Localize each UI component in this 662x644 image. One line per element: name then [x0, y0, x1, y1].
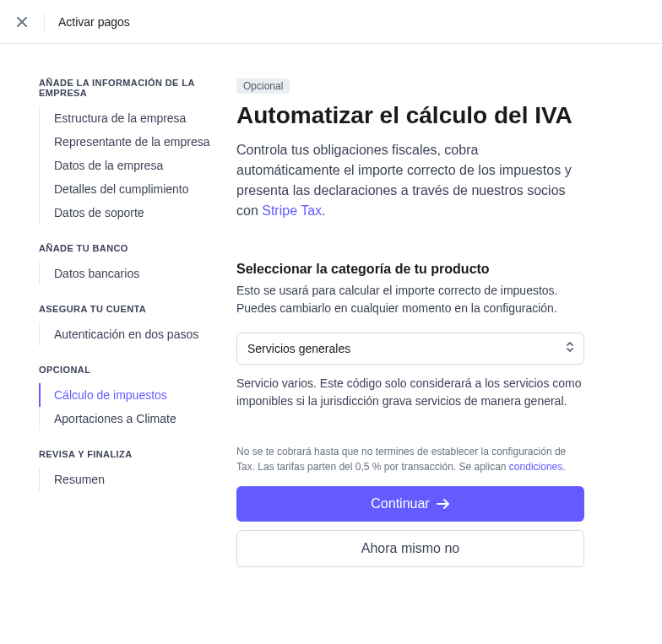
- sidebar-item-cumplimiento[interactable]: Detalles del cumplimiento: [39, 177, 220, 201]
- category-heading: Seleccionar la categoría de tu producto: [236, 262, 584, 277]
- category-subtext: Esto se usará para calcular el importe c…: [236, 282, 584, 317]
- topbar-divider: [44, 14, 45, 30]
- nav-section-company: AÑADE LA INFORMACIÓN DE LA EMPRESA Estru…: [39, 78, 220, 225]
- page-description: Controla tus obligaciones fiscales, cobr…: [236, 140, 584, 221]
- nav-items: Autenticación en dos pasos: [39, 322, 220, 346]
- main-content: Opcional Automatizar el cálculo del IVA …: [236, 78, 625, 576]
- nav-items: Datos bancarios: [39, 262, 220, 285]
- sidebar: AÑADE LA INFORMACIÓN DE LA EMPRESA Estru…: [0, 78, 236, 576]
- nav-section-title: REVISA Y FINALIZA: [39, 449, 220, 459]
- layout: AÑADE LA INFORMACIÓN DE LA EMPRESA Estru…: [0, 44, 662, 576]
- conditions-link[interactable]: condiciones: [509, 461, 562, 473]
- pricing-footnote: No se te cobrará hasta que no termines d…: [236, 444, 584, 474]
- nav-section-title: OPCIONAL: [39, 365, 220, 375]
- stripe-tax-link[interactable]: Stripe Tax: [262, 203, 322, 218]
- desc-suffix: .: [322, 203, 325, 218]
- skip-label: Ahora mismo no: [361, 541, 460, 556]
- nav-section-title: ASEGURA TU CUENTA: [39, 304, 220, 314]
- sidebar-item-representante[interactable]: Representante de la empresa: [39, 130, 220, 154]
- nav-items: Estructura de la empresa Representante d…: [39, 106, 220, 225]
- nav-section-title: AÑADE LA INFORMACIÓN DE LA EMPRESA: [39, 78, 220, 98]
- sidebar-item-datos-bancarios[interactable]: Datos bancarios: [39, 262, 220, 285]
- nav-items: Cálculo de impuestos Aportaciones a Clim…: [39, 383, 220, 430]
- continue-label: Continuar: [371, 496, 429, 511]
- page-title: Automatizar el cálculo del IVA: [236, 100, 584, 130]
- nav-section-bank: AÑADE TU BANCO Datos bancarios: [39, 243, 220, 285]
- nav-items: Resumen: [39, 468, 220, 491]
- sidebar-item-datos-empresa[interactable]: Datos de la empresa: [39, 154, 220, 177]
- close-icon: [17, 17, 27, 27]
- category-select[interactable]: Servicios generales: [236, 333, 584, 365]
- category-help-text: Servicio varios. Este código solo consid…: [236, 375, 584, 410]
- sidebar-item-soporte[interactable]: Datos de soporte: [39, 201, 220, 225]
- nav-section-review: REVISA Y FINALIZA Resumen: [39, 449, 220, 491]
- nav-section-optional: OPCIONAL Cálculo de impuestos Aportacion…: [39, 365, 220, 430]
- sidebar-item-summary[interactable]: Resumen: [39, 468, 220, 491]
- close-button[interactable]: [14, 14, 30, 30]
- nav-section-security: ASEGURA TU CUENTA Autenticación en dos p…: [39, 304, 220, 346]
- skip-button[interactable]: Ahora mismo no: [236, 530, 584, 567]
- nav-section-title: AÑADE TU BANCO: [39, 243, 220, 253]
- optional-badge: Opcional: [236, 78, 290, 94]
- continue-button[interactable]: Continuar: [236, 486, 584, 522]
- sidebar-item-climate[interactable]: Aportaciones a Climate: [39, 407, 220, 430]
- arrow-right-icon: [437, 498, 450, 510]
- sidebar-item-tax-calc[interactable]: Cálculo de impuestos: [39, 383, 220, 407]
- sidebar-item-two-factor[interactable]: Autenticación en dos pasos: [39, 322, 220, 346]
- topbar: Activar pagos: [0, 0, 662, 44]
- topbar-title: Activar pagos: [58, 15, 130, 29]
- footnote-suffix: .: [562, 461, 565, 473]
- sidebar-item-estructura[interactable]: Estructura de la empresa: [39, 106, 220, 130]
- category-select-wrap: Servicios generales: [236, 333, 584, 365]
